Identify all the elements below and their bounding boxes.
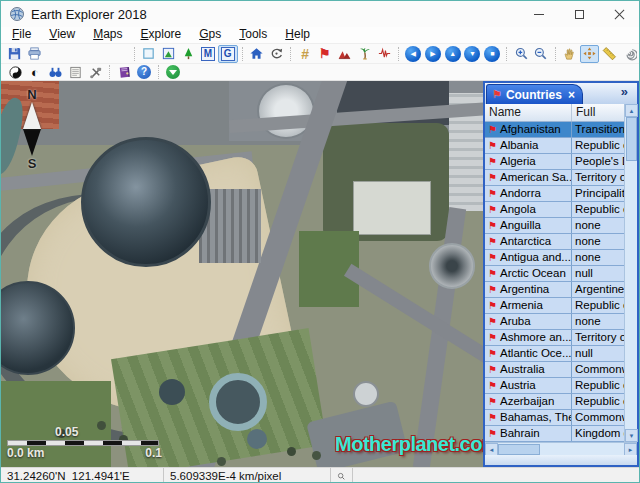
- country-name: Australia: [500, 362, 545, 377]
- horizontal-scrollbar-track[interactable]: [498, 443, 624, 455]
- tools-button[interactable]: [85, 63, 105, 81]
- country-flag-icon: ⚑: [488, 221, 497, 231]
- table-row[interactable]: ⚑ Albania Republic of: [485, 138, 624, 154]
- status-zoom-button[interactable]: [331, 468, 353, 483]
- pan-left-button[interactable]: ◀: [403, 45, 423, 63]
- table-row[interactable]: ⚑ Armenia Republic of: [485, 298, 624, 314]
- rotate-view-button[interactable]: [266, 45, 286, 63]
- map-pond: [209, 373, 267, 431]
- zoom-out-icon: [533, 46, 548, 61]
- country-name: Anguilla: [500, 218, 541, 233]
- zoom-in-button[interactable]: [511, 45, 531, 63]
- contrast-icon: ◐: [31, 66, 39, 79]
- table-row[interactable]: ⚑ Afghanistan Transitional: [485, 122, 624, 138]
- table-row[interactable]: ⚑ Atlantic Oce... null: [485, 346, 624, 362]
- select-rectangle-button[interactable]: [139, 45, 159, 63]
- table-row[interactable]: ⚑ Austria Republic of: [485, 378, 624, 394]
- status-coordinates: 31.24260'N 121.4941'E: [1, 468, 164, 483]
- zoom-out-button[interactable]: [531, 45, 551, 63]
- print-button[interactable]: [25, 45, 45, 63]
- tab-label: Countries: [506, 88, 562, 102]
- table-row[interactable]: ⚑ Azerbaijan Republic of: [485, 394, 624, 410]
- country-flag-icon: ⚑: [488, 333, 497, 343]
- table-row[interactable]: ⚑ Antigua and... none: [485, 250, 624, 266]
- download-button[interactable]: [163, 63, 183, 81]
- table-header: Name Full Name: [485, 104, 624, 122]
- terrain-button[interactable]: [335, 45, 355, 63]
- seismic-button[interactable]: [374, 45, 394, 63]
- country-flag-icon: ⚑: [488, 381, 497, 391]
- help-icon: ?: [137, 65, 151, 79]
- country-full-name: Republic of: [572, 298, 624, 313]
- menu-maps[interactable]: Maps: [84, 27, 131, 43]
- app-globe-icon: [9, 6, 25, 22]
- menu-help[interactable]: Help: [276, 27, 319, 43]
- yin-yang-button[interactable]: [5, 63, 25, 81]
- column-header-name[interactable]: Name: [485, 104, 572, 121]
- pan-right-button[interactable]: ▶: [423, 45, 443, 63]
- image-layer-button[interactable]: [158, 45, 178, 63]
- table-row[interactable]: ⚑ Angola Republic of: [485, 202, 624, 218]
- scroll-up-button[interactable]: ▲: [625, 104, 638, 117]
- menu-explore[interactable]: Explore: [132, 27, 191, 43]
- table-row[interactable]: ⚑ Antarctica none: [485, 234, 624, 250]
- menu-tools[interactable]: Tools: [230, 27, 276, 43]
- menu-file[interactable]: File: [3, 27, 40, 43]
- table-row[interactable]: ⚑ Bahrain Kingdom of: [485, 426, 624, 442]
- country-full-name: Republic of: [572, 378, 624, 393]
- table-row[interactable]: ⚑ Andorra Principality: [485, 186, 624, 202]
- compass-needle-south: [23, 129, 41, 156]
- horizontal-scrollbar[interactable]: ◄ ►: [485, 442, 637, 455]
- map-mode-g-button[interactable]: G: [218, 45, 238, 63]
- palm-tree-button[interactable]: [355, 45, 375, 63]
- pan-up-button[interactable]: ▲: [443, 45, 463, 63]
- help-button[interactable]: ?: [134, 63, 154, 81]
- placemark-flag-button[interactable]: ⚑: [315, 45, 335, 63]
- tab-close-icon[interactable]: ×: [568, 88, 575, 102]
- maximize-button[interactable]: [559, 1, 599, 27]
- minimize-button[interactable]: [519, 1, 559, 27]
- map-mode-m-button[interactable]: M: [198, 45, 218, 63]
- table-row[interactable]: ⚑ Australia Commonwe: [485, 362, 624, 378]
- find-button[interactable]: [45, 63, 65, 81]
- pan-down-button[interactable]: ▼: [463, 45, 483, 63]
- table-row[interactable]: ⚑ Bahamas, The Commonwe: [485, 410, 624, 426]
- grid-button[interactable]: #: [295, 45, 315, 63]
- vertical-scrollbar[interactable]: ▲ ▼: [624, 104, 637, 442]
- table-row[interactable]: ⚑ American Sa... Territory of: [485, 170, 624, 186]
- table-row[interactable]: ⚑ Aruba none: [485, 314, 624, 330]
- country-full-name: Principality: [572, 186, 624, 201]
- table-row[interactable]: ⚑ Argentina Argentine R: [485, 282, 624, 298]
- map-view[interactable]: N S 0.05 0.0 km 0.1 Motherplanet.com: [1, 81, 483, 467]
- tab-countries[interactable]: ⚑ Countries ×: [486, 84, 583, 104]
- stop-button[interactable]: ■: [482, 45, 502, 63]
- notepad-button[interactable]: [65, 63, 85, 81]
- close-button[interactable]: [599, 1, 639, 27]
- vegetation-button[interactable]: [178, 45, 198, 63]
- contrast-button[interactable]: ◐: [25, 63, 45, 81]
- save-button[interactable]: [5, 45, 25, 63]
- print-icon: [27, 46, 42, 61]
- scroll-down-button[interactable]: ▼: [625, 429, 638, 442]
- country-flag-icon: ⚑: [488, 285, 497, 295]
- horizontal-scrollbar-thumb[interactable]: [498, 444, 540, 455]
- spiral-button[interactable]: [619, 45, 639, 63]
- country-flag-icon: ⚑: [488, 253, 497, 263]
- vertical-scrollbar-track[interactable]: [625, 117, 637, 429]
- table-row[interactable]: ⚑ Algeria People's De: [485, 154, 624, 170]
- pan-hand-button[interactable]: [560, 45, 580, 63]
- book-button[interactable]: [114, 63, 134, 81]
- home-button[interactable]: [247, 45, 267, 63]
- compass-north-label: N: [27, 87, 36, 102]
- table-row[interactable]: ⚑ Ashmore an... Territory of: [485, 330, 624, 346]
- panel-overflow-button[interactable]: »: [621, 84, 628, 99]
- table-row[interactable]: ⚑ Anguilla none: [485, 218, 624, 234]
- table-row[interactable]: ⚑ Arctic Ocean null: [485, 266, 624, 282]
- ruler-button[interactable]: [599, 45, 619, 63]
- vertical-scrollbar-thumb[interactable]: [626, 117, 637, 161]
- menu-view[interactable]: View: [40, 27, 84, 43]
- column-header-fullname[interactable]: Full Name: [572, 104, 624, 121]
- menu-gps[interactable]: Gps: [190, 27, 230, 43]
- move-tool-button[interactable]: [580, 45, 600, 63]
- country-name: Azerbaijan: [500, 394, 554, 409]
